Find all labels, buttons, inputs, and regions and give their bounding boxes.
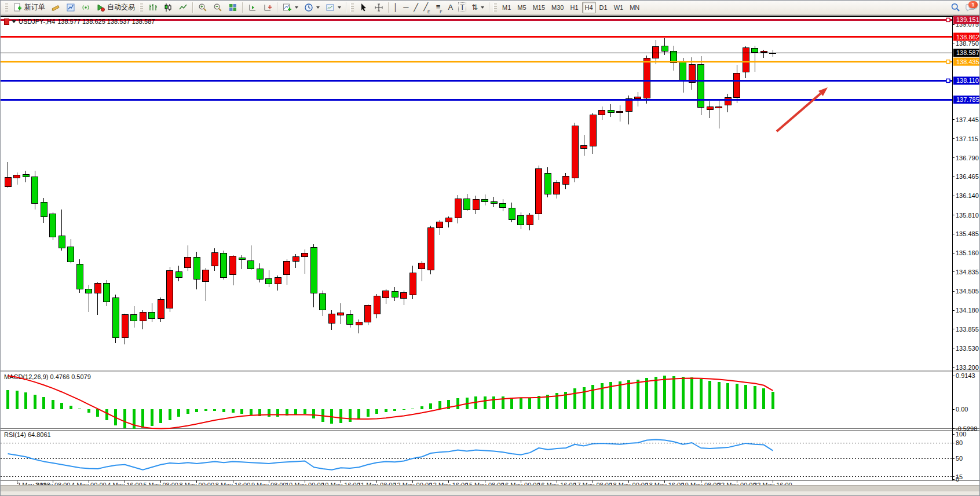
svg-text:RSI(14) 64.8061: RSI(14) 64.8061 xyxy=(4,431,51,438)
line-chart-button[interactable] xyxy=(175,2,190,13)
svg-text:136.790: 136.790 xyxy=(956,155,979,161)
bar-chart-button[interactable] xyxy=(145,2,160,13)
svg-text:133.530: 133.530 xyxy=(956,345,979,352)
toolbar-grip[interactable] xyxy=(350,3,354,12)
bar-chart-icon xyxy=(148,2,158,12)
chart-shift-button[interactable] xyxy=(245,2,259,13)
auto-scroll-icon xyxy=(262,2,272,12)
zoom-in-button[interactable] xyxy=(195,2,210,13)
search-button[interactable] xyxy=(948,2,963,13)
svg-text:137.115: 137.115 xyxy=(956,135,978,142)
periods-dropdown-caret xyxy=(316,6,320,9)
terminal-window: 新订单 自动交易 xyxy=(0,0,980,496)
indicators-button[interactable] xyxy=(280,2,301,13)
chart-title: USDJPY-,H4 138.577 138.625 138.537 138.5… xyxy=(4,18,155,25)
zoom-out-icon xyxy=(213,2,222,12)
candlestick-chart-button[interactable] xyxy=(160,2,175,13)
timeframe-m1-button[interactable]: M1 xyxy=(499,2,514,13)
account-history-button[interactable] xyxy=(63,2,78,13)
text-tool-icon: A xyxy=(448,3,454,12)
signal-icon xyxy=(81,2,90,12)
channel-tool-button[interactable]: ╱E xyxy=(421,2,433,13)
toolbar-grip[interactable] xyxy=(493,3,497,12)
chart-window[interactable]: USDJPY-,H4 138.577 138.625 138.537 138.5… xyxy=(1,15,980,491)
crayon-icon xyxy=(50,2,60,12)
trendline-icon: ╱ xyxy=(414,3,418,12)
svg-text:138.862: 138.862 xyxy=(956,34,979,41)
auto-trading-label: 自动交易 xyxy=(107,2,135,12)
arrows-tool-icon: ⇅ xyxy=(471,3,478,12)
symbol-caret-icon xyxy=(12,20,16,23)
timeframe-m15-button[interactable]: M15 xyxy=(530,2,548,13)
svg-text:139.151: 139.151 xyxy=(956,16,979,23)
horizontal-line-tool-button[interactable]: ─ xyxy=(401,2,411,13)
timeframe-h4-button[interactable]: H4 xyxy=(582,2,596,13)
autotrade-icon xyxy=(96,2,105,12)
timeframe-d1-button[interactable]: D1 xyxy=(597,2,610,13)
notifications-button[interactable]: 1 xyxy=(963,2,977,13)
cursor-tool-button[interactable] xyxy=(356,2,371,13)
account-chart-icon xyxy=(65,2,75,12)
timeframe-w1-button[interactable]: W1 xyxy=(611,2,627,13)
svg-text:138.587: 138.587 xyxy=(956,49,979,56)
templates-icon xyxy=(325,2,335,12)
label-tool-icon: T xyxy=(458,2,466,12)
periods-button[interactable] xyxy=(301,2,322,13)
svg-text:135.485: 135.485 xyxy=(956,230,979,237)
indicators-icon xyxy=(282,2,292,12)
svg-text:80: 80 xyxy=(956,439,963,446)
vertical-line-tool-button[interactable]: │ xyxy=(391,2,400,13)
templates-dropdown-caret xyxy=(338,6,341,9)
zoom-out-button[interactable] xyxy=(210,2,225,13)
window-bottom-edge xyxy=(1,485,980,491)
toolbar-grip[interactable] xyxy=(140,3,143,12)
arrows-tool-button[interactable]: ⇅ xyxy=(469,2,487,13)
templates-button[interactable] xyxy=(323,2,343,13)
notification-count-badge: 1 xyxy=(968,1,978,8)
line-chart-icon xyxy=(178,2,188,12)
timeframe-m5-button[interactable]: M5 xyxy=(514,2,529,13)
svg-text:136.465: 136.465 xyxy=(956,173,979,180)
new-order-button[interactable]: 新订单 xyxy=(10,2,47,13)
svg-text:138.435: 138.435 xyxy=(956,58,979,65)
timeframe-m30-button[interactable]: M30 xyxy=(548,2,566,13)
svg-text:134.505: 134.505 xyxy=(956,288,979,295)
svg-text:136.140: 136.140 xyxy=(956,192,979,199)
signals-button[interactable] xyxy=(78,2,93,13)
toolbar-grip[interactable] xyxy=(5,3,8,12)
svg-text:0: 0 xyxy=(956,476,959,483)
arrows-dropdown-caret xyxy=(481,6,484,9)
timeframe-h1-button[interactable]: H1 xyxy=(567,2,581,13)
svg-text:137.785: 137.785 xyxy=(956,96,979,103)
fibonacci-icon: ≡F xyxy=(436,2,443,12)
equidistant-channel-icon: ╱E xyxy=(423,2,431,12)
label-tool-button[interactable]: T xyxy=(456,2,469,13)
chart-shift-icon xyxy=(247,2,257,12)
svg-text:137.445: 137.445 xyxy=(956,116,979,123)
zoom-in-icon xyxy=(198,2,207,12)
ohlc-readout: 138.577 138.625 138.537 138.587 xyxy=(57,18,155,25)
svg-text:133.855: 133.855 xyxy=(956,326,979,333)
search-icon xyxy=(950,2,960,12)
horizontal-line-icon: ─ xyxy=(403,3,408,12)
cursor-icon xyxy=(359,2,368,12)
trendline-tool-button[interactable]: ╱ xyxy=(411,2,420,13)
svg-text:133.200: 133.200 xyxy=(956,364,979,371)
svg-text:138.750: 138.750 xyxy=(956,40,979,47)
svg-text:134.180: 134.180 xyxy=(956,307,979,314)
fibonacci-tool-button[interactable]: ≡F xyxy=(434,2,445,13)
tile-windows-button[interactable] xyxy=(225,2,240,13)
new-order-icon xyxy=(13,2,23,12)
svg-text:0.00: 0.00 xyxy=(956,406,968,413)
auto-scroll-button[interactable] xyxy=(260,2,275,13)
svg-text:135.810: 135.810 xyxy=(956,212,979,219)
svg-text:0.9143: 0.9143 xyxy=(956,372,975,379)
new-order-label: 新订单 xyxy=(24,2,45,12)
crosshair-tool-button[interactable] xyxy=(371,2,386,13)
timeframe-mn-button[interactable]: MN xyxy=(627,2,642,13)
auto-trading-button[interactable]: 自动交易 xyxy=(93,2,137,13)
text-tool-button[interactable]: A xyxy=(446,2,456,13)
crayon-tool-button[interactable] xyxy=(48,2,63,13)
svg-text:135.160: 135.160 xyxy=(956,249,979,256)
chart-canvas[interactable]: 139.075138.750137.445137.115136.790136.4… xyxy=(1,16,980,494)
